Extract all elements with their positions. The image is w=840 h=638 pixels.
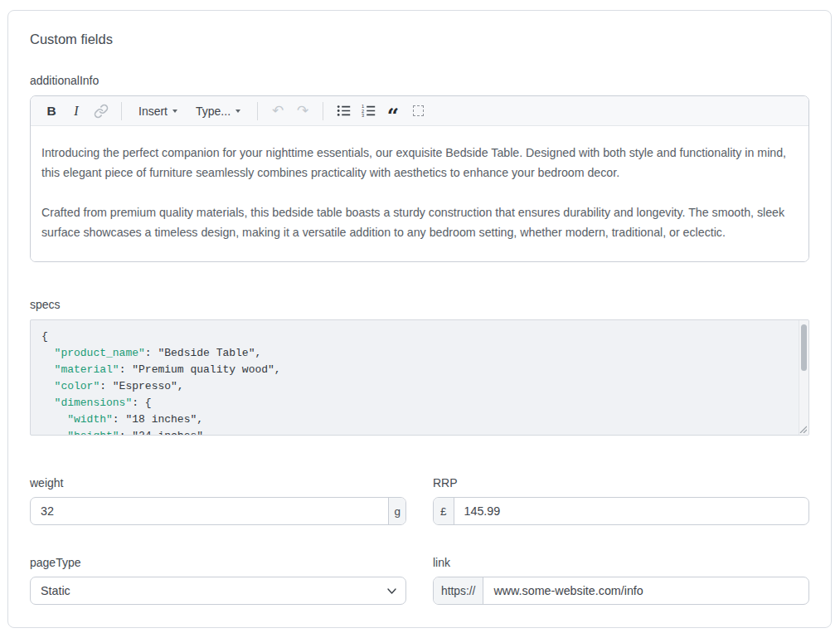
weight-field: weight g [30, 477, 406, 525]
link-input[interactable] [483, 577, 808, 604]
toolbar-divider [121, 102, 122, 120]
link-button[interactable] [90, 100, 112, 122]
svg-text:3: 3 [362, 113, 364, 118]
link-label: link [433, 557, 809, 569]
page-title: Custom fields [30, 32, 809, 47]
toolbar-divider [257, 102, 258, 120]
insert-dropdown-label: Insert [138, 105, 168, 118]
rrp-field: RRP £ [433, 477, 809, 525]
additional-info-label: additionalInfo [30, 75, 809, 87]
show-blocks-icon [413, 105, 424, 116]
specs-code: { "product_name": "Bedside Table", "mate… [31, 320, 808, 436]
rrp-label: RRP [433, 477, 809, 489]
chevron-down-icon [235, 110, 240, 113]
link-icon [94, 104, 109, 119]
weight-input[interactable] [31, 498, 388, 524]
page-type-field: pageType Static [30, 557, 406, 605]
rrp-input[interactable] [454, 498, 808, 524]
specs-scrollbar-thumb[interactable] [801, 324, 807, 371]
blockquote-icon[interactable]: “ [382, 100, 404, 122]
undo-icon[interactable]: ↶ [267, 100, 289, 122]
bold-button[interactable]: B [41, 100, 62, 122]
page-type-select[interactable]: Static [30, 577, 406, 605]
fields-grid: weight g RRP £ pageType Static [30, 477, 809, 605]
specs-scrollbar[interactable] [799, 320, 808, 435]
numbered-list-icon: 1 2 3 [362, 104, 376, 118]
editor-paragraph: Crafted from premium quality materials, … [41, 202, 797, 242]
insert-dropdown[interactable]: Insert [132, 100, 184, 122]
redo-icon[interactable]: ↷ [292, 100, 313, 122]
type-dropdown-label: Type... [196, 105, 231, 118]
rich-text-editor: B I Insert Type... ↶ [30, 95, 809, 262]
weight-label: weight [30, 477, 406, 489]
custom-fields-card: Custom fields additionalInfo B I Insert [7, 10, 832, 628]
show-blocks-button[interactable] [407, 100, 429, 122]
chevron-down-icon [172, 110, 177, 113]
rrp-currency-addon: £ [434, 498, 454, 524]
resize-handle-icon[interactable] [799, 425, 807, 433]
page-type-label: pageType [30, 557, 406, 569]
editor-content-area[interactable]: Introducing the perfect companion for yo… [31, 126, 808, 261]
link-field: link https:// [433, 557, 809, 605]
weight-unit-addon: g [388, 498, 405, 524]
specs-code-editor[interactable]: { "product_name": "Bedside Table", "mate… [30, 319, 809, 436]
italic-button[interactable]: I [66, 100, 87, 122]
bullet-list-button[interactable] [333, 100, 354, 122]
specs-label: specs [30, 299, 809, 311]
type-dropdown[interactable]: Type... [189, 100, 247, 122]
editor-paragraph: Introducing the perfect companion for yo… [41, 143, 797, 183]
editor-toolbar: B I Insert Type... ↶ [31, 96, 808, 126]
bullet-list-icon [337, 104, 351, 118]
numbered-list-button[interactable]: 1 2 3 [357, 100, 379, 122]
toolbar-divider [323, 102, 323, 120]
link-protocol-addon: https:// [434, 577, 483, 604]
